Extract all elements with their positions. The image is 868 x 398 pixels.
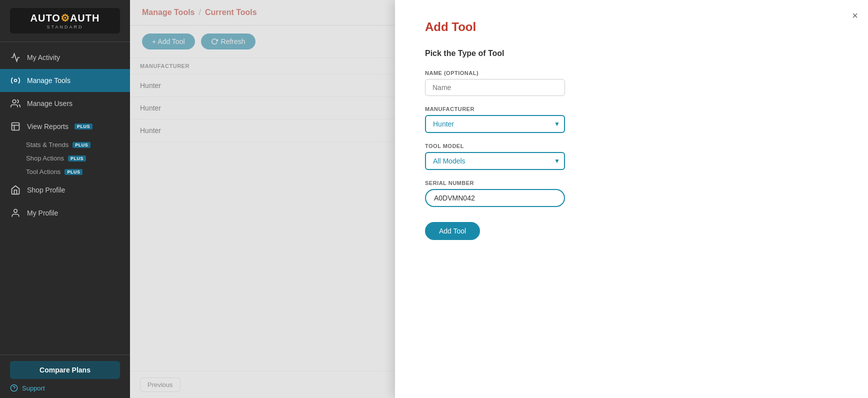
manufacturer-form-group: MANUFACTURER Hunter Snap-on OTC Matco La… [425,106,838,133]
tool-model-form-group: TOOL MODEL All Models Model A Model B ▼ [425,143,838,170]
compare-plans-button[interactable]: Compare Plans [10,361,120,379]
sub-item-label: Stats & Trends [26,141,68,148]
manufacturer-select-wrapper: Hunter Snap-on OTC Matco Launch ▼ [425,115,565,133]
sidebar-item-label: Shop Profile [27,186,65,194]
sidebar-logo: AUTO⚙AUTH STANDARD [0,0,130,42]
modal-close-button[interactable]: × [852,10,858,22]
users-icon [10,98,21,109]
profile-icon [10,208,21,218]
sidebar-item-label: My Profile [27,209,58,217]
name-form-group: NAME (OPTIONAL) [425,70,838,96]
tool-model-select[interactable]: All Models Model A Model B [425,152,565,170]
sidebar-item-my-profile[interactable]: My Profile [0,202,130,224]
sub-item-label: Tool Actions [26,168,60,176]
support-icon [10,384,18,392]
sub-item-stats[interactable]: Stats & Trends PLUS [26,138,130,152]
tool-model-label: TOOL MODEL [425,143,838,149]
shop-icon [10,184,21,196]
plus-badge: PLUS [72,142,90,148]
sidebar-item-view-reports[interactable]: View Reports PLUS [0,115,130,138]
plus-badge: PLUS [74,124,92,130]
sidebar-item-label: View Reports [27,122,68,130]
sidebar-item-shop-profile[interactable]: Shop Profile [0,178,130,202]
svg-point-0 [14,80,17,82]
logo-text: AUTO⚙AUTH [30,12,100,24]
sub-item-tool-actions[interactable]: Tool Actions PLUS [26,165,130,178]
tools-icon [10,75,21,86]
modal-title: Add Tool [425,20,838,34]
sidebar-item-manage-tools[interactable]: Manage Tools [0,69,130,92]
plus-badge: PLUS [64,169,82,175]
name-label: NAME (OPTIONAL) [425,70,838,76]
add-tool-submit-button[interactable]: Add Tool [425,222,480,240]
svg-point-1 [12,100,16,104]
sidebar: AUTO⚙AUTH STANDARD My Activity Manage To [0,0,130,398]
add-tool-modal: × Add Tool Pick the Type of Tool NAME (O… [395,0,868,398]
sidebar-bottom: Compare Plans Support [0,354,130,398]
sub-items: Stats & Trends PLUS Shop Actions PLUS To… [0,138,130,178]
svg-point-5 [14,210,18,213]
tool-model-select-wrapper: All Models Model A Model B ▼ [425,152,565,170]
manufacturer-select[interactable]: Hunter Snap-on OTC Matco Launch [425,115,565,133]
serial-form-group: SERIAL NUMBER [425,180,838,207]
logo-subtitle: STANDARD [47,24,84,30]
modal-subtitle: Pick the Type of Tool [425,49,838,58]
sub-item-label: Shop Actions [26,154,64,162]
sub-item-shop-actions[interactable]: Shop Actions PLUS [26,152,130,165]
activity-icon [10,52,21,63]
support-link[interactable]: Support [10,384,120,392]
name-input[interactable] [425,79,565,96]
sidebar-item-my-activity[interactable]: My Activity [0,46,130,69]
sidebar-item-label: My Activity [27,54,60,62]
svg-rect-2 [12,123,20,130]
reports-icon [10,121,21,132]
serial-label: SERIAL NUMBER [425,180,838,186]
sidebar-nav: My Activity Manage Tools M [0,42,130,354]
sidebar-item-label: Manage Tools [27,76,70,84]
sidebar-item-manage-users[interactable]: Manage Users [0,92,130,115]
manufacturer-label: MANUFACTURER [425,106,838,112]
serial-input[interactable] [425,189,565,207]
sidebar-item-label: Manage Users [27,100,72,108]
support-label: Support [22,384,45,392]
plus-badge: PLUS [68,156,86,162]
